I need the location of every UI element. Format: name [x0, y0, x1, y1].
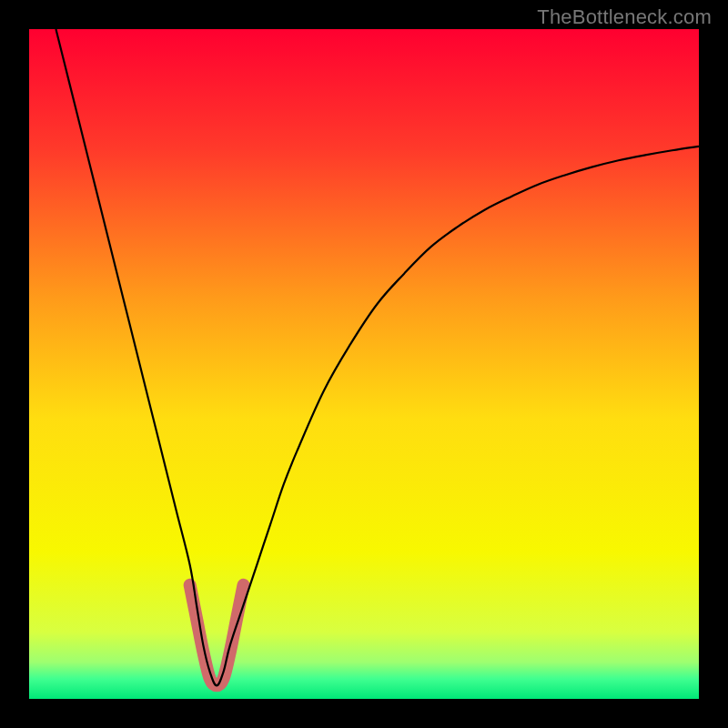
plot-background — [29, 29, 699, 699]
chart-frame: TheBottleneck.com — [0, 0, 728, 728]
bottleneck-chart — [0, 0, 728, 728]
